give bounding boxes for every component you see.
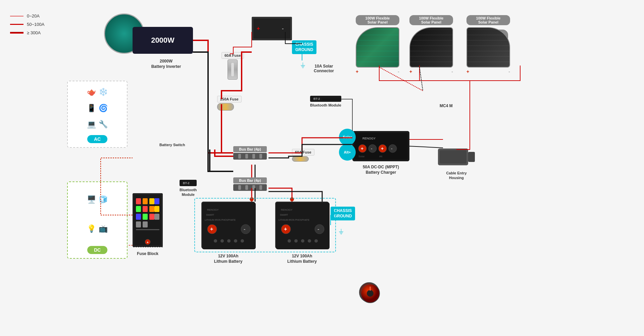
battery-2: RENOGY SMART LITHIUM IRON PHOSPHATE + - [275, 202, 329, 249]
svg-point-53 [234, 239, 237, 243]
cable-entry-label: Cable EntryHousing [438, 171, 475, 180]
svg-rect-20 [154, 214, 159, 220]
legend-line-medium [10, 24, 23, 25]
washer-icon: 🌀 [99, 104, 108, 113]
laptop-icon: 💻 [87, 120, 96, 129]
legend-item-0-20a: 0~20A [10, 13, 44, 18]
svg-rect-13 [136, 206, 141, 212]
svg-point-50 [214, 239, 217, 243]
svg-point-52 [227, 239, 231, 243]
svg-point-65 [301, 239, 304, 243]
svg-rect-40 [468, 152, 475, 162]
solar-panel-3 [466, 27, 510, 68]
svg-text:-: - [244, 226, 245, 232]
solar-connector-label: 10A SolarConnector [314, 64, 334, 73]
fuse-60a-top-label: 60A Fuse [221, 52, 244, 59]
svg-point-67 [314, 239, 318, 243]
solar-panel-1-label-bg: 100W FlexibleSolar Panel [356, 15, 399, 25]
svg-rect-41 [440, 150, 466, 164]
bluetooth-top-label: Bluetooth Module [310, 103, 341, 107]
svg-text:-: - [282, 26, 284, 31]
dc-label: DC [87, 246, 107, 254]
svg-text:SMART: SMART [280, 214, 288, 216]
svg-point-5 [367, 290, 374, 297]
battery-switch-container: Battery Switch [159, 143, 185, 148]
kettle-icon: 🫖 [87, 88, 96, 96]
svg-rect-22 [143, 221, 148, 227]
svg-text:-: - [317, 226, 319, 232]
ac-unit-icon: ❄️ [99, 88, 108, 96]
solar-panel-2-container: 100W FlexibleSolar Panel + - [409, 15, 453, 74]
solar-badge: Solar [339, 129, 356, 145]
dc-appliance-icons: 🖥️ 🧊 💡 📺 [83, 182, 112, 246]
bus-bar-top-container: Bus Bar (4p) [233, 146, 267, 160]
bus-bar-bottom-label: Bus Bar (4p) [233, 177, 267, 183]
svg-point-48 [241, 224, 250, 234]
fridge-icon: 🧊 [99, 195, 108, 204]
fuse-250a-label: 250A Fuse [217, 96, 242, 102]
svg-text:+: + [210, 226, 213, 232]
svg-text:Alt: Alt [379, 155, 383, 158]
bus-bar-bottom-container: Bus Bar (4p) [233, 177, 267, 191]
legend-label-50-100a: 50~100A [27, 22, 44, 27]
bt-module-bottom-container: BT-2 BluetoothModule [180, 180, 197, 197]
battery-1-label: 12V 100AhLithum Battery [201, 254, 255, 264]
display-icon: 🖥️ [87, 195, 96, 204]
bt-module-top-container: BT-2 Bluetooth Module [310, 96, 341, 107]
svg-point-31 [368, 144, 377, 153]
cable-entry-container: Cable EntryHousing [438, 145, 475, 180]
svg-text:-: - [391, 146, 393, 151]
svg-text:SMART: SMART [206, 214, 214, 216]
dc-appliance-box: 🖥️ 🧊 💡 📺 DC [67, 181, 128, 259]
fuse-60a-top-container: 60A Fuse [221, 52, 244, 80]
svg-point-61 [315, 224, 324, 234]
solar-panel-2-label-bg: 100W FlexibleSolar Panel [409, 15, 453, 25]
legend: 0~20A 50~100A ≥ 300A [10, 13, 44, 35]
fuse-block-label: Fuse Block [133, 251, 163, 257]
svg-rect-11 [149, 198, 154, 204]
svg-point-68 [250, 197, 254, 201]
svg-text:RENOGY: RENOGY [207, 208, 219, 211]
svg-rect-21 [136, 221, 141, 227]
battery-2-label: 12V 100AhLithium Battery [275, 254, 329, 264]
svg-rect-19 [149, 214, 154, 220]
ground-symbol-bottom: ⏚ [339, 227, 343, 236]
svg-text:LITHIUM IRON PHOSPHATE: LITHIUM IRON PHOSPHATE [205, 219, 236, 221]
battery-1: RENOGY SMART LITHIUM IRON PHOSPHATE + - [201, 202, 255, 249]
chassis-ground-top: CHASSISGROUND [292, 40, 316, 54]
svg-point-51 [220, 239, 224, 243]
svg-rect-12 [154, 198, 159, 204]
alt-badge-container: Alt+ [339, 144, 356, 161]
svg-point-64 [294, 239, 298, 243]
svg-text:-: - [371, 146, 373, 151]
svg-point-35 [389, 144, 397, 153]
svg-text:LITHIUM IRON PHOSPHATE: LITHIUM IRON PHOSPHATE [279, 219, 309, 221]
fuse-60a-bottom-container: 60A Fuse [292, 149, 314, 162]
legend-line-thin [10, 16, 23, 16]
svg-text:+: + [284, 226, 287, 232]
legend-line-thick [10, 32, 23, 34]
inverter-power-label: 2000W [151, 36, 175, 45]
ac-label: AC [87, 135, 107, 143]
phone-icon: 📱 [87, 104, 96, 113]
tv-icon: 📺 [99, 224, 108, 233]
svg-text:+: + [381, 146, 384, 151]
solar-panel-2 [409, 27, 453, 68]
mc4-label: MC4 M [440, 103, 453, 108]
svg-point-54 [241, 239, 244, 243]
dcdc-charger-label: 50A DC-DC (MPPT)Battery Charger [351, 165, 411, 175]
svg-rect-15 [149, 206, 154, 212]
svg-point-63 [288, 239, 291, 243]
ground-symbol-top: ⏚ [301, 60, 305, 69]
light-icon: 💡 [87, 224, 96, 233]
solar-panel-1-container: 100W FlexibleSolar Panel + - [356, 15, 399, 74]
inverter-box: 2000W [133, 27, 193, 54]
bluetooth-bottom-label: BluetoothModule [180, 187, 197, 197]
fuse-250a-container: 250A Fuse [217, 96, 242, 111]
svg-text:+: + [147, 241, 149, 244]
solar-panel-3-container: 100W FlexibleSolar Panel + - [466, 15, 510, 74]
solar-panel-3-label-bg: 100W FlexibleSolar Panel [466, 15, 510, 25]
svg-text:RENOGY: RENOGY [281, 208, 293, 211]
svg-rect-14 [143, 206, 148, 212]
fuse-block: + [133, 193, 163, 247]
